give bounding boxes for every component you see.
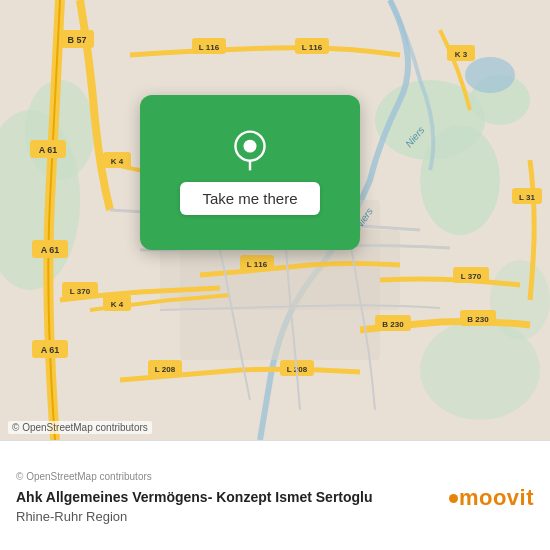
svg-text:L 116: L 116 <box>199 43 220 52</box>
moovit-logo: moovit <box>449 485 534 511</box>
map-attribution: © OpenStreetMap contributors <box>8 421 152 434</box>
svg-text:L 370: L 370 <box>461 272 482 281</box>
svg-text:B 230: B 230 <box>467 315 489 324</box>
svg-point-8 <box>465 57 515 93</box>
svg-point-48 <box>244 140 257 153</box>
bottom-bar: © OpenStreetMap contributors Ahk Allgeme… <box>0 440 550 550</box>
moovit-brand-text: moovit <box>449 485 534 511</box>
take-me-there-button[interactable]: Take me there <box>180 182 319 215</box>
app: A 61 A 61 A 61 B 57 L 116 L 116 K 3 K 4 <box>0 0 550 550</box>
svg-text:L 370: L 370 <box>70 287 91 296</box>
moovit-dot-icon <box>449 494 458 503</box>
pin-icon <box>229 130 271 172</box>
svg-point-7 <box>490 260 550 340</box>
svg-text:L 116: L 116 <box>247 260 268 269</box>
location-card: Take me there <box>140 95 360 250</box>
svg-text:B 57: B 57 <box>67 35 86 45</box>
svg-text:B 230: B 230 <box>382 320 404 329</box>
svg-text:A 61: A 61 <box>39 145 58 155</box>
svg-text:L 31: L 31 <box>519 193 535 202</box>
place-region: Rhine-Ruhr Region <box>16 509 437 524</box>
svg-text:A 61: A 61 <box>41 245 60 255</box>
svg-text:A 61: A 61 <box>41 345 60 355</box>
map-container: A 61 A 61 A 61 B 57 L 116 L 116 K 3 K 4 <box>0 0 550 440</box>
bottom-text: © OpenStreetMap contributors Ahk Allgeme… <box>16 471 437 523</box>
place-name: Ahk Allgemeines Vermögens- Konzept Ismet… <box>16 488 437 506</box>
svg-text:K 3: K 3 <box>455 50 468 59</box>
svg-text:K 4: K 4 <box>111 157 124 166</box>
osm-attribution: © OpenStreetMap contributors <box>16 471 437 482</box>
svg-text:L 208: L 208 <box>155 365 176 374</box>
svg-text:L 116: L 116 <box>302 43 323 52</box>
svg-text:K 4: K 4 <box>111 300 124 309</box>
